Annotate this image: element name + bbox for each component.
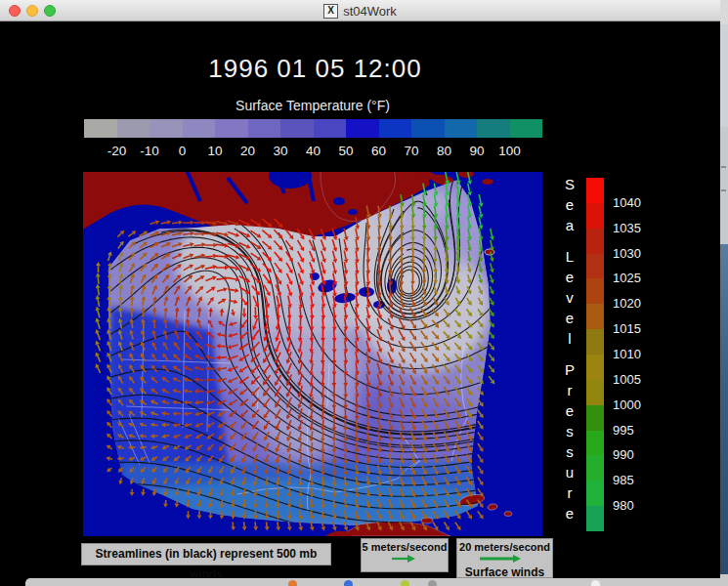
temp-colorbar-segment — [150, 119, 183, 138]
wind-scale-large-label: 20 meters/second — [457, 541, 552, 553]
pressure-label-letter: e — [557, 400, 582, 421]
pressure-tick-label: 995 — [613, 423, 654, 439]
pressure-colorbar-segment — [586, 431, 604, 456]
pressure-label-letter: L — [557, 246, 582, 267]
x11-icon: X — [323, 4, 338, 19]
background-window-body2 — [720, 127, 728, 244]
dock-edge — [720, 574, 728, 586]
window-title: st04Work — [343, 4, 397, 19]
pressure-colorbar-segment — [586, 178, 604, 203]
pressure-label-letter: S — [557, 174, 582, 194]
pressure-label-letter: v — [557, 287, 582, 308]
pressure-label-letter: r — [557, 482, 582, 503]
viz-canvas: 1996 01 05 12:00 Surface Temperature (°F… — [0, 21, 720, 586]
temp-tick-label: 100 — [489, 144, 532, 158]
x11-window: X st04Work 1996 01 05 12:00 Surface Temp… — [0, 0, 720, 586]
pressure-label-letter: s — [557, 421, 582, 441]
temp-colorbar-segment — [379, 119, 412, 138]
pressure-label-letter: u — [557, 462, 582, 482]
pressure-colorbar-label: SeaLevelPressure — [557, 174, 582, 523]
pressure-label-letter: s — [557, 441, 582, 462]
background-window-sliver — [720, 0, 728, 586]
pressure-tick-label: 1000 — [613, 398, 654, 413]
pressure-tick-label: 1010 — [613, 347, 654, 362]
dock-icon[interactable] — [401, 580, 409, 586]
temp-colorbar-segment — [411, 119, 445, 138]
surface-winds-label: Surface winds — [457, 565, 552, 579]
pressure-label-letter: e — [557, 308, 582, 328]
pressure-label-letter: a — [557, 215, 582, 235]
pressure-tick-label: 980 — [613, 498, 654, 514]
pressure-label-letter: r — [557, 380, 582, 400]
temp-colorbar-title: Surface Temperature (°F) — [0, 98, 625, 113]
pressure-colorbar-segment — [586, 481, 604, 506]
pressure-tick-label: 985 — [613, 473, 654, 488]
small-arrow-icon — [363, 553, 447, 565]
pressure-label-letter: e — [557, 503, 582, 523]
streamline-legend: Streamlines (in black) represent 500 mb … — [81, 543, 331, 565]
titlebar-center: X st04Work — [0, 0, 720, 21]
temp-colorbar-segment — [314, 119, 347, 138]
pressure-tick-label: 1040 — [613, 195, 654, 211]
pressure-colorbar-segment — [586, 455, 604, 481]
window-titlebar[interactable]: X st04Work — [0, 0, 720, 21]
wind-scale-small: 5 meters/second — [361, 538, 449, 572]
temp-colorbar-segment — [445, 119, 478, 138]
desktop-wallpaper-edge — [720, 244, 728, 574]
temp-colorbar-segment — [84, 119, 117, 138]
background-window-body — [720, 24, 728, 127]
pressure-tick-label: 1005 — [613, 372, 654, 388]
pressure-colorbar-segment — [586, 355, 604, 380]
temperature-colorbar — [84, 119, 542, 138]
pressure-colorbar-segment — [586, 254, 604, 279]
pressure-tick-label: 1025 — [613, 271, 654, 286]
dock-icon[interactable] — [344, 580, 353, 586]
dock-icon[interactable] — [591, 580, 600, 586]
pressure-label-letter: l — [557, 328, 582, 349]
pressure-colorbar-segment — [586, 304, 604, 329]
temp-colorbar-segment — [117, 119, 150, 138]
pressure-colorbar-segment — [586, 506, 604, 531]
pressure-colorbar-segment — [586, 380, 604, 405]
pressure-colorbar — [586, 178, 604, 531]
dock-icon[interactable] — [428, 580, 437, 586]
pressure-colorbar-segment — [586, 405, 604, 431]
large-arrow-icon — [458, 553, 551, 565]
pressure-colorbar-segment — [586, 329, 604, 355]
temp-colorbar-segment — [477, 119, 510, 138]
pressure-colorbar-segment — [586, 203, 604, 229]
temp-colorbar-segment — [215, 119, 248, 138]
background-window-titlebar — [720, 0, 728, 24]
temp-colorbar-segment — [346, 119, 379, 138]
temp-colorbar-segment — [248, 119, 281, 138]
pressure-colorbar-segment — [586, 229, 604, 254]
wind-scale-small-label: 5 meters/second — [362, 541, 448, 553]
temp-colorbar-segment — [183, 119, 216, 138]
pressure-tick-label: 1035 — [613, 221, 654, 236]
pressure-tick-label: 990 — [613, 447, 654, 463]
dock-icon[interactable] — [288, 580, 297, 586]
pressure-label-letter: e — [557, 194, 582, 215]
pressure-label-letter: e — [557, 267, 582, 287]
pressure-tick-label: 1020 — [613, 296, 654, 312]
pressure-colorbar-segment — [586, 278, 604, 304]
macos-dock-edge[interactable] — [25, 578, 728, 586]
datetime-title: 1996 01 05 12:00 — [0, 54, 630, 84]
pressure-tick-label: 1015 — [613, 321, 654, 337]
pressure-label-letter: P — [557, 359, 582, 380]
wind-scale-large: 20 meters/second Surface winds — [456, 538, 553, 578]
weather-map — [83, 172, 542, 536]
temp-colorbar-segment — [280, 119, 314, 138]
pressure-tick-label: 1030 — [613, 246, 654, 262]
temp-colorbar-segment — [510, 119, 543, 138]
